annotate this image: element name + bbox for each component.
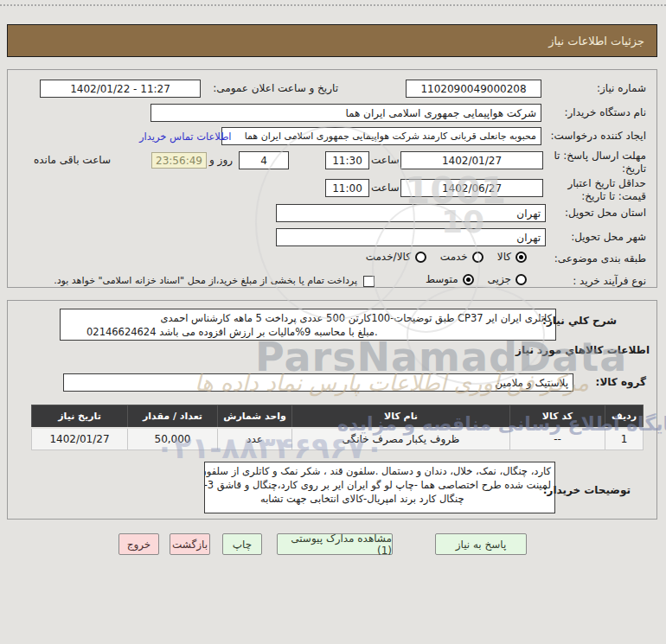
radio-goods-service-label: کالا/خدمت [366,251,411,263]
buyer-notes-field[interactable]: کارد، چنگال، نمک، خلال، دندان و دستمال .… [204,462,555,513]
announce-datetime-field[interactable]: 1402/01/22 - 11:27 [40,80,201,98]
goods-table: ردیف کد کالا نام کالا واحد شمارش تعداد /… [31,405,644,450]
radio-goods-icon[interactable] [516,252,527,263]
col-quantity: تعداد / مقدار [128,405,218,428]
treasury-payment-checkbox-row: پرداخت تمام یا بخشی از مبلغ خرید،از محل … [29,275,375,287]
col-item-code: کد کالا [510,405,605,428]
col-need-date: تاریخ نیاز [32,405,128,428]
purchase-process-label: نوع فرآیند خرید : [573,275,646,287]
price-validity-date-field[interactable]: 1402/06/27 [400,179,543,197]
subject-category-label: طبقه بندی موضوعی: [554,252,646,265]
radio-goods[interactable]: کالا [497,251,527,263]
need-number-label: شماره نیاز: [597,82,646,94]
request-creator-label: ایجاد کننده درخواست: [550,130,646,142]
radio-medium[interactable]: متوسط [426,273,474,285]
buyer-notes-line: چنگال کارد برند امپریال-کالای انتخابی جه… [208,492,551,507]
days-and-label: روز و [209,154,233,166]
buyer-org-field[interactable]: شرکت هواپیمایی جمهوری اسلامی ایران هما [150,104,541,122]
goods-table-header-row: ردیف کد کالا نام کالا واحد شمارش تعداد /… [32,405,644,428]
top-dotted-divider [0,4,666,6]
buyer-org-label: نام دستگاه خریدار: [565,106,647,118]
goods-table-row: 1 -- ظروف یکبار مصرف خانگی عدد 50,000 14… [32,428,644,450]
radio-goods-service[interactable]: کالا/خدمت [366,251,426,263]
need-description-line: کاتلری ایران ایر CP37 طبق توضیحات-100کار… [64,311,552,325]
need-details-screen: 1001 10 ParsNamadData مرکز فن آوری اطلاع… [0,0,666,644]
cell-item-name: ظروف یکبار مصرف خانگی [292,428,510,450]
cell-row-number: 1 [605,428,644,450]
validity-hour-label: ساعت [371,182,400,194]
buyer-contact-link[interactable]: اطلاعات تماس خریدار [139,131,232,143]
cell-unit: عدد [218,428,292,450]
remaining-days-field[interactable]: 4 [239,151,289,169]
price-validity-time-field[interactable]: 11:00 [325,179,369,197]
request-creator-field[interactable]: محبوبه جانعلی قربانی کارمند شرکت هواپیما… [221,127,541,145]
radio-goods-label: کالا [497,251,511,263]
goods-group-label: گروه کالا: [596,376,646,388]
delivery-province-field[interactable]: تهران [276,204,546,222]
reply-deadline-label: مهلت ارسال پاسخ: تا تاریخ: [544,150,646,175]
col-item-name: نام کالا [292,405,510,428]
back-button[interactable]: بازگشت [170,533,210,555]
goods-info-header: اطلاعات کالاهاي مورد نیاز [516,344,650,356]
radio-minor-label: جزیی [488,273,511,285]
delivery-city-field[interactable]: تهران [276,228,546,246]
col-unit: واحد شمارش [218,405,292,428]
subject-category-radio-group: کالا خدمت کالا/خدمت [366,251,527,263]
price-validity-label: حداقل تاریخ اعتبار قیمت: تا تاریخ: [544,177,646,203]
need-description-label: شرح کلي نیاز: [542,315,617,327]
need-description-line: 02146624624 مبلغ با محاسبه 9%مالیات بر ا… [64,325,552,339]
need-info-panel: شماره نیاز: 1102090049000208 تاریخ و ساع… [7,69,657,288]
buyer-notes-line: کارد، چنگال، نمک، خلال، دندان و دستمال .… [208,464,551,478]
radio-service[interactable]: خدمت [440,251,483,263]
respond-to-need-button[interactable]: پاسخ به نیاز [435,533,527,555]
col-row-number: ردیف [605,405,644,428]
reply-deadline-date-field[interactable]: 1402/01/27 [400,151,543,169]
view-attachments-button[interactable]: مشاهده مدارک پیوستی (1) [277,533,393,555]
cell-need-date: 1402/01/27 [32,428,128,450]
radio-minor-icon[interactable] [516,274,527,285]
buyer-notes-label: توضیحات خریدار: [543,484,631,496]
announce-datetime-label: تاریخ و ساعت اعلان عمومی: [213,82,338,94]
need-description-panel: کاتلری ایران ایر CP37 طبق توضیحات-100کار… [7,300,657,520]
countdown-timer: 23:56:49 [151,152,207,169]
radio-medium-label: متوسط [426,273,458,285]
delivery-province-label: استان محل تحویل: [565,207,646,219]
print-button[interactable]: چاپ [222,533,262,555]
exit-button[interactable]: خروج [118,533,159,555]
page-title-bar: جزئیات اطلاعات نیاز [7,24,657,57]
buyer-notes-line: لمینت شده طرح اختصاصی هما -چاپ لو گو ایر… [208,478,551,492]
deadline-hour-label: ساعت [371,154,400,166]
radio-minor[interactable]: جزیی [488,273,527,285]
need-number-field[interactable]: 1102090049000208 [406,80,541,98]
purchase-process-radio-group: جزیی متوسط [426,273,527,285]
radio-service-icon[interactable] [472,252,483,263]
goods-group-field[interactable]: پلاستیک و ملامین [63,373,573,392]
hours-remaining-label: ساعت باقی مانده [34,154,111,166]
delivery-city-label: شهر محل تحویل: [571,231,646,243]
treasury-payment-checkbox[interactable] [363,276,375,287]
page-title: جزئیات اطلاعات نیاز [548,35,644,48]
treasury-payment-label: پرداخت تمام یا بخشی از مبلغ خرید،از محل … [54,275,357,286]
need-description-field[interactable]: کاتلری ایران ایر CP37 طبق توضیحات-100کار… [60,309,556,341]
radio-medium-icon[interactable] [463,274,474,285]
reply-deadline-time-field[interactable]: 11:30 [325,151,369,169]
radio-service-label: خدمت [440,251,468,263]
radio-goods-service-icon[interactable] [415,252,426,263]
cell-quantity: 50,000 [128,428,218,450]
cell-item-code: -- [510,428,605,450]
